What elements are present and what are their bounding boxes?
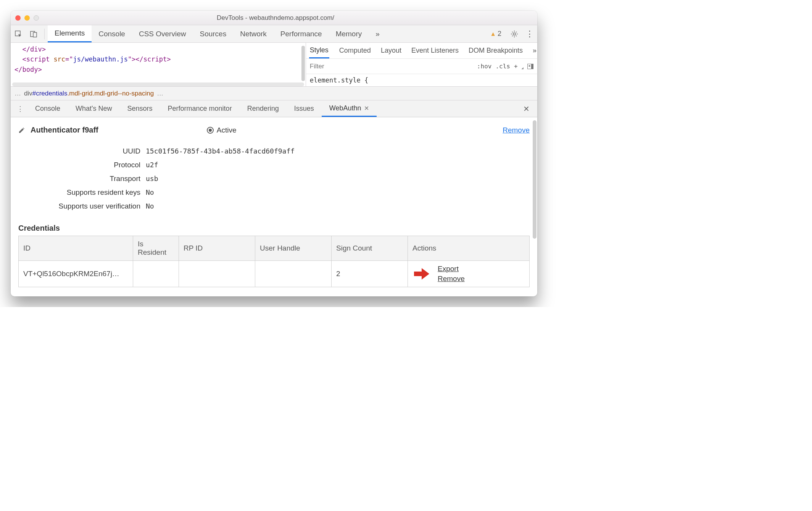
panel-scrollbar[interactable] — [533, 117, 536, 296]
authenticator-header: Authenticator f9aff Active Remove — [18, 126, 530, 134]
breadcrumb-id: #credentials — [32, 90, 68, 97]
prop-protocol-value: u2f — [146, 161, 158, 169]
drawer-tab-issues[interactable]: Issues — [287, 105, 322, 113]
prop-uuid-label: UUID — [18, 147, 140, 155]
export-credential-link[interactable]: Export — [438, 265, 465, 273]
tab-console[interactable]: Console — [92, 25, 132, 42]
active-radio[interactable]: Active — [207, 126, 237, 134]
prop-uuid: UUID 15c01f56-785f-43b4-ab58-4facd60f9af… — [18, 144, 530, 158]
drawer-tab-webauthn-label: WebAuthn — [329, 104, 361, 112]
tab-network[interactable]: Network — [233, 25, 274, 42]
tab-layout[interactable]: Layout — [381, 47, 401, 55]
remove-authenticator-link[interactable]: Remove — [503, 126, 530, 134]
prop-user-verification: Supports user verification No — [18, 199, 530, 213]
prop-resident-value: No — [146, 188, 154, 196]
dom-tree[interactable]: </div> <script src="js/webauthn.js"></sc… — [11, 43, 306, 86]
prop-uv-label: Supports user verification — [18, 202, 140, 210]
breadcrumb[interactable]: … div#credentials.mdl-grid.mdl-grid--no-… — [11, 87, 537, 100]
tab-event-listeners[interactable]: Event Listeners — [411, 47, 459, 55]
tab-memory[interactable]: Memory — [329, 25, 369, 42]
radio-icon — [207, 127, 214, 134]
col-sign: Sign Count — [332, 236, 408, 261]
drawer-tab-perfmon[interactable]: Performance monitor — [160, 105, 240, 113]
prop-transport-label: Transport — [18, 175, 140, 183]
styles-subtabs: Styles Computed Layout Event Listeners D… — [306, 43, 537, 59]
close-tab-icon[interactable]: ✕ — [364, 105, 369, 112]
warning-icon: ▲ — [490, 31, 496, 37]
styles-filter-row: :hov .cls + ◢ — [306, 59, 537, 74]
resize-icon: ◢ — [522, 66, 524, 70]
tab-css-overview[interactable]: CSS Overview — [132, 25, 193, 42]
tab-styles[interactable]: Styles — [309, 43, 329, 58]
drawer-tab-webauthn[interactable]: WebAuthn ✕ — [322, 100, 377, 117]
tab-dom-breakpoints[interactable]: DOM Breakpoints — [469, 47, 523, 55]
col-resident: Is Resident — [133, 236, 179, 261]
panel-layout-icon[interactable] — [527, 64, 533, 69]
table-row: VT+Ql516ObcpKRM2En67j… 2 Export Remove — [19, 261, 530, 287]
styles-tabs-overflow-icon[interactable]: » — [533, 47, 536, 55]
edit-pencil-icon[interactable] — [18, 127, 25, 134]
table-header-row: ID Is Resident RP ID User Handle Sign Co… — [19, 236, 530, 261]
webauthn-panel: Authenticator f9aff Active Remove UUID 1… — [11, 117, 537, 296]
credentials-heading: Credentials — [18, 224, 530, 233]
active-label: Active — [217, 126, 237, 134]
styles-filter-input[interactable] — [306, 60, 477, 73]
more-menu-icon[interactable]: ⋮ — [524, 28, 536, 40]
col-id: ID — [19, 236, 133, 261]
drawer-menu-icon[interactable]: ⋮ — [13, 105, 27, 113]
authenticator-title: Authenticator f9aff — [31, 126, 98, 134]
prop-transport-value: usb — [146, 175, 158, 183]
prop-resident-label: Supports resident keys — [18, 188, 140, 197]
cell-actions: Export Remove — [408, 261, 530, 287]
main-tabs: Elements Console CSS Overview Sources Ne… — [48, 25, 387, 42]
add-rule-button[interactable]: + — [514, 63, 518, 70]
authenticator-properties: UUID 15c01f56-785f-43b4-ab58-4facd60f9af… — [18, 144, 530, 213]
prop-uv-value: No — [146, 202, 154, 210]
hov-toggle[interactable]: :hov — [477, 63, 492, 70]
main-tab-bar: Elements Console CSS Overview Sources Ne… — [11, 25, 537, 43]
elements-split: </div> <script src="js/webauthn.js"></sc… — [11, 43, 537, 87]
styles-pane: Styles Computed Layout Event Listeners D… — [306, 43, 537, 86]
breadcrumb-left-dots[interactable]: … — [14, 90, 21, 97]
vertical-scrollbar[interactable] — [301, 46, 305, 81]
cell-handle — [255, 261, 332, 287]
drawer-tab-whatsnew[interactable]: What's New — [68, 105, 119, 113]
prop-uuid-value: 15c01f56-785f-43b4-ab58-4facd60f9aff — [146, 147, 295, 155]
prop-resident-keys: Supports resident keys No — [18, 186, 530, 199]
tab-computed[interactable]: Computed — [339, 47, 371, 55]
inspect-element-icon[interactable] — [12, 28, 24, 40]
horizontal-scrollbar[interactable] — [12, 82, 304, 86]
breadcrumb-right-dots[interactable]: … — [157, 90, 163, 97]
titlebar: DevTools - webauthndemo.appspot.com/ — [11, 11, 537, 25]
element-style-text: element.style { — [306, 74, 537, 86]
remove-credential-link[interactable]: Remove — [438, 275, 465, 283]
prop-protocol-label: Protocol — [18, 161, 140, 169]
cell-rpid — [179, 261, 255, 287]
traffic-lights — [15, 15, 39, 21]
svg-rect-2 — [33, 32, 37, 37]
arrow-right-icon — [412, 266, 431, 282]
device-toggle-icon[interactable] — [27, 28, 40, 40]
drawer-tab-console[interactable]: Console — [27, 105, 68, 113]
col-actions: Actions — [408, 236, 530, 261]
minimize-window-icon[interactable] — [24, 15, 30, 21]
settings-gear-icon[interactable] — [508, 28, 520, 40]
credentials-table: ID Is Resident RP ID User Handle Sign Co… — [18, 236, 530, 287]
tab-performance[interactable]: Performance — [274, 25, 329, 42]
tab-sources[interactable]: Sources — [193, 25, 233, 42]
prop-transport: Transport usb — [18, 172, 530, 186]
code-line-1: </div> — [22, 45, 45, 53]
warnings-badge[interactable]: ▲ 2 — [490, 30, 501, 38]
tab-elements[interactable]: Elements — [48, 25, 92, 42]
breadcrumb-classes: .mdl-grid.mdl-grid--no-spacing — [67, 90, 154, 97]
drawer-close-icon[interactable]: ✕ — [518, 104, 535, 113]
zoom-window-icon[interactable] — [34, 15, 39, 21]
breadcrumb-tag: div — [24, 90, 32, 97]
col-handle: User Handle — [255, 236, 332, 261]
close-window-icon[interactable] — [15, 15, 21, 21]
tabs-overflow-icon[interactable]: » — [369, 25, 387, 42]
drawer-tab-sensors[interactable]: Sensors — [120, 105, 160, 113]
drawer-tab-rendering[interactable]: Rendering — [240, 105, 287, 113]
prop-protocol: Protocol u2f — [18, 158, 530, 172]
cls-toggle[interactable]: .cls — [495, 63, 510, 70]
